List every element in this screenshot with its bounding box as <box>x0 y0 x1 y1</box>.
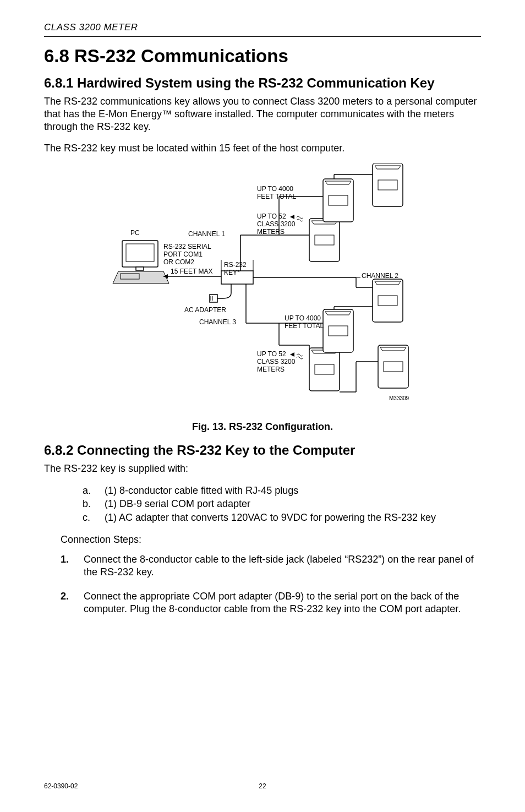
step-text: Connect the 8-conductor cable to the lef… <box>84 553 481 579</box>
up-to-4000-a-label: UP TO 4000 FEET TOTAL <box>257 185 296 200</box>
figure-13: .ln { stroke:#000; stroke-width:1.5; fil… <box>44 164 481 417</box>
svg-rect-48 <box>323 309 353 352</box>
svg-marker-59 <box>290 352 294 357</box>
paragraph-1: The RS-232 communications key allows you… <box>44 95 481 133</box>
svg-rect-25 <box>309 219 340 261</box>
up-to-52-a-label: UP TO 52 CLASS 3200 METERS <box>257 212 297 236</box>
page-number: 22 <box>259 782 266 790</box>
svg-rect-31 <box>373 164 403 206</box>
subsection-title-1: 6.8.1 Hardwired System using the RS-232 … <box>44 75 481 91</box>
list-text: (1) DB-9 serial COM port adapter <box>105 497 250 510</box>
figure-caption: Fig. 13. RS-232 Configuration. <box>44 421 481 433</box>
list-item: c. (1) AC adapter that converts 120VAC t… <box>83 511 481 524</box>
header-rule <box>44 36 481 37</box>
step-number: 1. <box>61 553 73 579</box>
supplied-list: a. (1) 8-conductor cable fitted with RJ-… <box>44 484 481 524</box>
list-text: (1) 8-conductor cable fitted with RJ-45 … <box>105 484 298 497</box>
list-marker: c. <box>83 511 95 524</box>
svg-rect-35 <box>373 279 403 322</box>
svg-marker-58 <box>290 215 294 219</box>
page: CLASS 3200 METER 6.8 RS-232 Communicatio… <box>0 0 525 812</box>
meter-group-top <box>279 164 403 261</box>
list-item: b. (1) DB-9 serial COM port adapter <box>83 497 481 510</box>
connection-steps-label: Connection Steps: <box>61 534 481 546</box>
list-text: (1) AC adapter that converts 120VAC to 9… <box>105 511 436 524</box>
svg-rect-51 <box>378 345 408 388</box>
section-title: 6.8 RS-232 Communications <box>44 46 481 67</box>
svg-rect-45 <box>309 348 340 391</box>
up-to-52-b-label: UP TO 52 CLASS 3200 METERS <box>257 350 297 373</box>
paragraph-2: The RS-232 key must be located within 15… <box>44 142 481 155</box>
meter-channel-2 <box>356 277 403 322</box>
figure-ref: M33309 <box>389 395 409 401</box>
running-head: CLASS 3200 METER <box>44 22 481 33</box>
page-footer: 62-0390-02 22 <box>44 782 481 790</box>
steps-list: 1. Connect the 8-conductor cable to the … <box>44 553 481 616</box>
paragraph-3: The RS-232 key is supplied with: <box>44 462 481 475</box>
pc-label: PC <box>130 229 140 237</box>
channel-1-label: CHANNEL 1 <box>188 230 225 238</box>
list-marker: a. <box>83 484 95 497</box>
step-item: 1. Connect the 8-conductor cable to the … <box>61 553 481 579</box>
step-number: 2. <box>61 590 73 616</box>
channel-2-label: CHANNEL 2 <box>362 272 398 280</box>
svg-rect-0 <box>122 241 158 267</box>
list-marker: b. <box>83 497 95 510</box>
list-item: a. (1) 8-conductor cable fitted with RJ-… <box>83 484 481 497</box>
subsection-title-2: 6.8.2 Connecting the RS-232 Key to the C… <box>44 443 481 458</box>
step-item: 2. Connect the appropriate COM port adap… <box>61 590 481 616</box>
ac-adapter-label: AC ADAPTER <box>184 306 226 314</box>
step-text: Connect the appropriate COM port adapter… <box>84 590 481 616</box>
doc-number: 62-0390-02 <box>44 782 78 790</box>
channel-3-label: CHANNEL 3 <box>199 318 236 326</box>
fifteen-feet-label: 15 FEET MAX <box>171 268 212 275</box>
svg-rect-28 <box>323 179 353 222</box>
up-to-4000-b-label: UP TO 4000 FEET TOTAL <box>285 314 324 330</box>
svg-rect-2 <box>136 267 144 270</box>
rs232-diagram: .ln { stroke:#000; stroke-width:1.5; fil… <box>81 164 444 417</box>
rs232-serial-label: RS-232 SERIAL PORT COM1 OR COM2 <box>163 243 213 266</box>
